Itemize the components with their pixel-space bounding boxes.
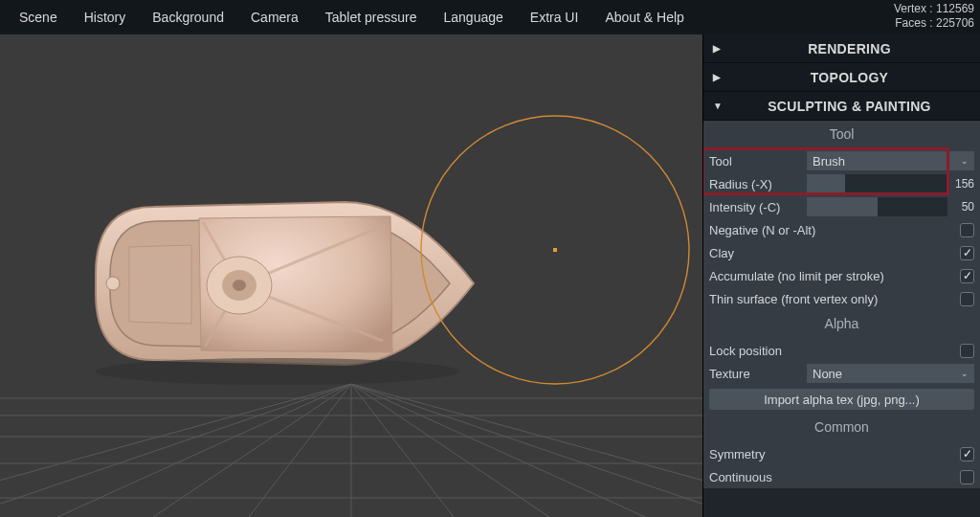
- menu-background[interactable]: Background: [139, 2, 237, 33]
- row-tool: Tool Brush ⌄: [703, 149, 980, 172]
- common-subheader: Common: [703, 414, 980, 442]
- lockpos-label: Lock position: [709, 344, 960, 358]
- accumulate-label: Accumulate (no limit per stroke): [709, 269, 960, 283]
- import-alpha-button[interactable]: Import alpha tex (jpg, png...): [709, 389, 974, 410]
- negative-label: Negative (N or -Alt): [709, 223, 960, 237]
- texture-label: Texture: [709, 367, 801, 381]
- sculpting-body: Tool Tool Brush ⌄ Radius (-X) 156 Intens…: [703, 121, 980, 488]
- intensity-value: 50: [947, 200, 974, 214]
- intensity-slider[interactable]: [807, 197, 947, 216]
- row-accumulate: Accumulate (no limit per stroke): [703, 264, 980, 287]
- row-thin: Thin surface (front vertex only): [703, 287, 980, 310]
- continuous-checkbox[interactable]: [960, 470, 974, 484]
- tool-label: Tool: [709, 154, 801, 169]
- row-clay: Clay: [703, 241, 980, 264]
- section-topology-label: TOPOLOGY: [728, 70, 970, 85]
- radius-slider[interactable]: [807, 174, 947, 193]
- svg-line-7: [57, 384, 351, 517]
- alpha-subheader: Alpha: [703, 310, 980, 339]
- continuous-label: Continuous: [709, 470, 960, 484]
- side-panel: ▶ RENDERING ▶ TOPOLOGY ▼ SCULPTING & PAI…: [702, 34, 980, 517]
- menu-about-help[interactable]: About & Help: [591, 2, 698, 33]
- clay-checkbox[interactable]: [960, 246, 974, 260]
- row-negative: Negative (N or -Alt): [703, 218, 980, 241]
- section-sculpting[interactable]: ▼ SCULPTING & PAINTING: [703, 92, 980, 121]
- chevron-down-icon: ⌄: [961, 156, 969, 166]
- section-topology[interactable]: ▶ TOPOLOGY: [703, 63, 980, 92]
- vertex-count: 112569: [936, 2, 974, 15]
- negative-checkbox[interactable]: [960, 223, 974, 237]
- svg-line-8: [153, 384, 351, 517]
- symmetry-checkbox[interactable]: [960, 447, 974, 461]
- section-rendering[interactable]: ▶ RENDERING: [703, 34, 980, 63]
- symmetry-label: Symmetry: [709, 447, 960, 461]
- intensity-label: Intensity (-C): [709, 200, 801, 214]
- main-menubar: Scene History Background Camera Tablet p…: [0, 0, 980, 34]
- row-continuous: Continuous: [703, 465, 980, 488]
- thin-checkbox[interactable]: [960, 292, 974, 306]
- vertex-label: Vertex :: [894, 2, 933, 15]
- radius-slider-fill: [807, 174, 845, 193]
- texture-select[interactable]: None ⌄: [807, 364, 974, 383]
- svg-line-15: [351, 384, 702, 517]
- chevron-right-icon: ▶: [713, 72, 728, 82]
- menu-camera[interactable]: Camera: [237, 2, 312, 33]
- svg-line-13: [351, 384, 645, 517]
- svg-line-5: [0, 384, 351, 517]
- svg-line-9: [249, 384, 351, 517]
- row-radius: Radius (-X) 156: [703, 172, 980, 195]
- texture-select-value: None: [813, 367, 842, 381]
- thin-label: Thin surface (front vertex only): [709, 292, 960, 306]
- chevron-right-icon: ▶: [713, 43, 728, 54]
- svg-point-19: [106, 277, 120, 290]
- clay-label: Clay: [709, 246, 960, 260]
- svg-line-14: [351, 384, 702, 517]
- radius-label: Radius (-X): [709, 177, 801, 191]
- row-texture: Texture None ⌄: [703, 362, 980, 385]
- svg-point-20: [96, 358, 459, 385]
- mesh-stats: Vertex : 112569 Faces : 225706: [894, 2, 974, 31]
- panel-resize-handle[interactable]: [697, 34, 702, 517]
- row-intensity: Intensity (-C) 50: [703, 195, 980, 218]
- faces-label: Faces :: [895, 16, 932, 30]
- section-rendering-label: RENDERING: [728, 41, 970, 56]
- lockpos-checkbox[interactable]: [960, 344, 974, 358]
- intensity-slider-fill: [807, 197, 878, 216]
- row-lockpos: Lock position: [703, 339, 980, 362]
- chevron-down-icon: ▼: [713, 101, 728, 111]
- radius-value: 156: [947, 177, 974, 191]
- menu-language[interactable]: Language: [431, 2, 517, 33]
- svg-line-12: [351, 384, 549, 517]
- chevron-down-icon: ⌄: [961, 369, 969, 378]
- brush-cursor-center: [553, 248, 557, 252]
- tool-select[interactable]: Brush ⌄: [807, 151, 974, 170]
- menu-history[interactable]: History: [71, 2, 140, 33]
- svg-line-6: [0, 384, 351, 517]
- row-symmetry: Symmetry: [703, 442, 980, 465]
- viewport-3d[interactable]: [0, 34, 702, 517]
- tool-subheader: Tool: [703, 121, 980, 149]
- accumulate-checkbox[interactable]: [960, 269, 974, 283]
- svg-line-11: [351, 384, 454, 517]
- menu-tablet-pressure[interactable]: Tablet pressure: [312, 2, 431, 33]
- faces-count: 225706: [936, 16, 974, 30]
- viewport-svg: [0, 34, 702, 517]
- tool-select-value: Brush: [813, 154, 845, 169]
- menu-scene[interactable]: Scene: [6, 2, 71, 33]
- menu-extra-ui[interactable]: Extra UI: [517, 2, 592, 33]
- svg-point-18: [233, 280, 246, 291]
- section-sculpting-label: SCULPTING & PAINTING: [728, 99, 970, 114]
